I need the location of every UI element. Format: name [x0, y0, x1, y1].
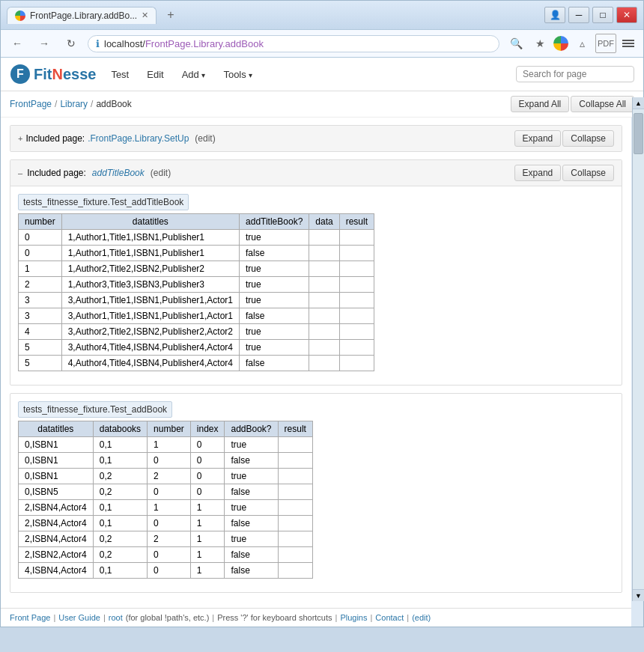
table-cell	[278, 469, 312, 484]
table-cell: 0	[148, 516, 191, 531]
user-icon-button[interactable]: 👤	[544, 7, 565, 23]
section1-expand-button[interactable]: Expand	[514, 130, 562, 147]
scrollbar[interactable]: ▲ ▼	[632, 97, 644, 601]
maximize-button[interactable]: □	[592, 7, 613, 23]
new-tab-button[interactable]: +	[161, 5, 180, 25]
table-cell	[339, 324, 374, 340]
add-link[interactable]: Add ▾	[179, 67, 209, 82]
footer-root[interactable]: root	[109, 613, 123, 622]
tools-dropdown[interactable]: Tools ▾	[220, 69, 255, 80]
table-row: 33,Author1,Title1,ISBN1,Publisher1,Actor…	[19, 293, 374, 308]
table2-fixture: tests_fitnesse_fixture.Test_addBook	[18, 401, 172, 418]
table-row: 2,ISBN4,Actor40,101false	[19, 516, 313, 531]
breadcrumb-frontpage[interactable]: FrontPage	[10, 99, 52, 109]
address-bar: ← → ↻ ℹ localhost/FrontPage.Library.addB…	[1, 30, 643, 58]
table2: datatitlesdatabooksnumberindexaddBook?re…	[18, 421, 313, 579]
section1-collapse-button[interactable]: Collapse	[562, 130, 614, 147]
table-row: 33,Author1,Title1,ISBN1,Publisher1,Actor…	[19, 308, 374, 324]
table-cell: 1	[190, 516, 225, 531]
section2-edit[interactable]: (edit)	[151, 168, 171, 178]
google-apps-button[interactable]	[553, 36, 568, 51]
address-field[interactable]: ℹ localhost/FrontPage.Library.addBook	[88, 35, 499, 52]
table-row: 01,Author1,Title1,ISBN1,Publisher1true	[19, 230, 374, 246]
table-cell: 4,ISBN4,Actor4	[19, 563, 94, 579]
table-cell: 2	[19, 277, 62, 293]
footer-frontpage[interactable]: Front Page	[10, 613, 50, 622]
section2-expand-button[interactable]: Expand	[514, 165, 562, 181]
table-cell	[309, 356, 339, 371]
table-row: 0,ISBN10,220true	[19, 469, 313, 484]
window-controls: 👤 ─ □ ✕	[544, 7, 637, 23]
close-button[interactable]: ✕	[616, 7, 637, 23]
table1-header-cell: number	[19, 214, 62, 230]
pdf-button[interactable]: PDF	[595, 34, 616, 53]
table-cell: 1	[190, 547, 225, 563]
section1-edit[interactable]: (edit)	[195, 133, 215, 144]
tab-close-button[interactable]: ✕	[142, 10, 148, 20]
cast-button[interactable]: ▵	[571, 34, 592, 53]
search-input[interactable]	[523, 69, 628, 79]
info-icon: ℹ	[96, 38, 100, 49]
scroll-down-button[interactable]: ▼	[633, 589, 644, 601]
footer-keyboard-note: Press '?' for keyboard shortcuts	[217, 613, 332, 622]
forward-button[interactable]: →	[34, 34, 55, 53]
tools-link[interactable]: Tools ▾	[220, 67, 255, 82]
table-cell: false	[240, 246, 309, 261]
back-button[interactable]: ←	[7, 34, 28, 53]
table-cell: 0	[19, 230, 62, 246]
table-cell: 0	[190, 469, 225, 484]
search-icon-button[interactable]: 🔍	[505, 34, 526, 53]
section1-toggle[interactable]: +	[18, 134, 22, 143]
minimize-button[interactable]: ─	[568, 7, 589, 23]
table-cell: 2,ISBN2,Actor4	[19, 547, 94, 563]
table-cell: false	[225, 484, 278, 500]
chrome-menu-button[interactable]	[619, 37, 637, 50]
table-cell: 0,1	[93, 453, 147, 469]
expand-all-button[interactable]: Expand All	[511, 96, 570, 112]
scroll-up-button[interactable]: ▲	[633, 97, 644, 109]
section2-collapse-button[interactable]: Collapse	[562, 165, 614, 181]
reload-button[interactable]: ↻	[61, 34, 82, 53]
test-link[interactable]: Test	[108, 67, 132, 82]
table-cell: 1	[190, 531, 225, 547]
edit-link[interactable]: Edit	[144, 67, 166, 82]
add-dropdown[interactable]: Add ▾	[179, 69, 209, 80]
table-cell: false	[225, 453, 278, 469]
table-cell: 0	[190, 484, 225, 500]
footer-edit[interactable]: (edit)	[412, 613, 431, 622]
collapse-all-button[interactable]: Collapse All	[571, 96, 634, 112]
table-cell: 1	[148, 500, 191, 516]
section2-body: tests_fitnesse_fixture.Test_addTitleBook…	[10, 186, 622, 385]
scroll-thumb[interactable]	[634, 113, 643, 154]
footer-contact[interactable]: Contact	[375, 613, 404, 622]
fitnesse-navbar: F FitNesse Test Edit Add ▾ Tools ▾	[1, 58, 643, 91]
table-cell	[339, 246, 374, 261]
table-cell: 0,1	[93, 516, 147, 531]
address-text: localhost/FrontPage.Library.addBook	[104, 38, 491, 49]
breadcrumb-current: addBook	[96, 99, 131, 109]
footer: Front Page | User Guide | root (for glob…	[1, 608, 631, 627]
toolbar-icons: 🔍 ★ ▵ PDF	[505, 34, 637, 53]
footer-userguide[interactable]: User Guide	[58, 613, 100, 622]
table-cell: 2	[148, 469, 191, 484]
table-cell	[339, 356, 374, 371]
bookmark-star-button[interactable]: ★	[529, 34, 550, 53]
section2-toggle[interactable]: –	[18, 168, 22, 177]
breadcrumb-library[interactable]: Library	[60, 99, 88, 109]
table-row: 0,ISBN50,200false	[19, 484, 313, 500]
section2-link[interactable]: addTitleBook	[92, 168, 145, 178]
table-cell	[309, 246, 339, 261]
footer-plugins[interactable]: Plugins	[340, 613, 367, 622]
table-cell: 4	[19, 324, 62, 340]
browser-tab[interactable]: FrontPage.Library.addBo... ✕	[7, 7, 157, 24]
table-cell: 2,ISBN4,Actor4	[19, 516, 94, 531]
section1-label: Included page:	[25, 133, 85, 144]
table-cell: 0,2	[93, 531, 147, 547]
table-cell: 2,ISBN4,Actor4	[19, 531, 94, 547]
table-cell: 1	[148, 437, 191, 453]
table-cell: false	[225, 516, 278, 531]
section1-link[interactable]: .FrontPage.Library.SetUp	[88, 133, 189, 144]
table-cell: false	[240, 308, 309, 324]
table2-header-cell: number	[148, 421, 191, 437]
search-box[interactable]	[516, 66, 634, 82]
